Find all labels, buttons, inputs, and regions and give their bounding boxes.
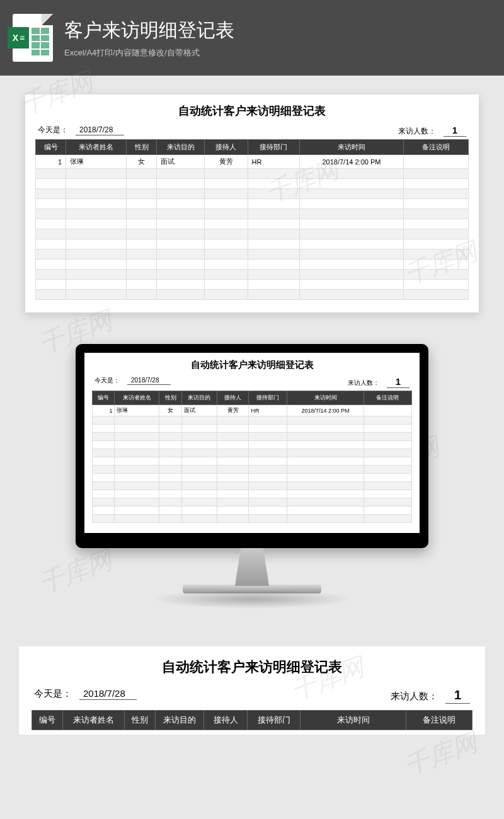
cell-gender: 女 [159, 405, 181, 416]
sheet-title: 自动统计客户来访明细登记表 [35, 103, 469, 118]
table-row [93, 474, 412, 482]
col-name: 来访者姓名 [62, 711, 124, 730]
monitor-mockup: 自动统计客户来访明细登记表 今天是： 2018/7/28 来访人数： 1 编号 [0, 344, 504, 609]
cell-dept: HR [248, 155, 299, 169]
cell-name: 张琳 [66, 155, 127, 169]
table-row [36, 199, 469, 209]
table-row [93, 449, 412, 457]
table-row [93, 490, 412, 498]
cell-time: 2018/7/14 2:00 PM [287, 405, 364, 416]
col-receiver: 接待人 [204, 140, 248, 155]
table-row [36, 229, 469, 239]
count-label: 来访人数： [398, 126, 436, 137]
cell-purpose: 面试 [181, 405, 217, 416]
table-row [93, 482, 412, 490]
table-row [36, 280, 469, 290]
col-gender: 性别 [124, 711, 155, 730]
col-time: 来访时间 [287, 391, 364, 405]
count-value: 1 [444, 125, 466, 137]
table-row: 1 张琳 女 面试 黄芳 HR 2018/7/14 2:00 PM [36, 155, 469, 169]
col-dept: 接待部门 [249, 391, 287, 405]
table-row [93, 441, 412, 449]
table-row [93, 466, 412, 474]
today-label: 今天是： [94, 376, 120, 385]
col-dept: 接待部门 [248, 711, 301, 730]
col-time: 来访时间 [301, 711, 406, 730]
cell-receiver: 黄芳 [204, 155, 248, 169]
today-label: 今天是： [34, 688, 72, 700]
today-value: 2018/7/28 [76, 125, 124, 135]
preview-card-top: 自动统计客户来访明细登记表 今天是： 2018/7/28 来访人数： 1 编号 … [25, 94, 479, 312]
count-label: 来访人数： [348, 379, 379, 387]
col-gender: 性别 [127, 140, 157, 155]
col-purpose: 来访目的 [181, 391, 217, 405]
table-row [93, 425, 412, 433]
table-row [93, 498, 412, 507]
cell-remark [403, 155, 468, 169]
count-value: 1 [445, 688, 470, 704]
excel-file-icon: X ≡ [13, 14, 53, 62]
today-label: 今天是： [38, 125, 68, 135]
visitor-table: 编号 来访者姓名 性别 来访目的 接待人 接待部门 来访时间 备注说明 1 张琳… [35, 139, 469, 300]
cell-time: 2018/7/14 2:00 PM [300, 155, 404, 169]
col-time: 来访时间 [300, 140, 404, 155]
preview-card-bottom: 自动统计客户来访明细登记表 今天是： 2018/7/28 来访人数： 1 编号 … [19, 646, 485, 735]
excel-x-badge: X ≡ [8, 27, 29, 49]
table-row [93, 457, 412, 466]
col-name: 来访者姓名 [66, 140, 127, 155]
sheet-info-row: 今天是： 2018/7/28 来访人数： 1 [32, 688, 472, 710]
table-row [93, 433, 412, 441]
col-dept: 接待部门 [248, 140, 299, 155]
visitor-table: 编号 来访者姓名 性别 来访目的 接待人 接待部门 来访时间 备注说明 [32, 710, 472, 730]
table-row [93, 507, 412, 515]
cell-remark [364, 405, 411, 416]
cell-purpose: 面试 [157, 155, 205, 169]
table-row [93, 416, 412, 425]
table-row [36, 189, 469, 199]
table-row [36, 239, 469, 249]
table-row [93, 515, 412, 523]
col-gender: 性别 [159, 391, 181, 405]
cell-id: 1 [93, 405, 115, 416]
cell-dept: HR [249, 405, 287, 416]
table-row [36, 290, 469, 300]
table-row [36, 179, 469, 189]
cell-name: 张琳 [115, 405, 159, 416]
table-row: 1 张琳 女 面试 黄芳 HR 2018/7/14 2:00 PM [93, 405, 412, 416]
table-row [36, 260, 469, 270]
col-name: 来访者姓名 [115, 391, 159, 405]
col-remark: 备注说明 [364, 391, 411, 405]
table-row [36, 209, 469, 219]
cell-receiver: 黄芳 [217, 405, 249, 416]
sheet-title: 自动统计客户来访明细登记表 [92, 359, 412, 371]
col-purpose: 来访目的 [155, 711, 203, 730]
page-subtitle: Excel/A4打印/内容随意修改/自带格式 [64, 47, 234, 59]
col-id: 编号 [32, 711, 63, 730]
col-remark: 备注说明 [406, 711, 472, 730]
cell-gender: 女 [127, 155, 157, 169]
today-value: 2018/7/28 [127, 377, 171, 385]
col-receiver: 接待人 [203, 711, 248, 730]
col-remark: 备注说明 [403, 140, 468, 155]
page-title: 客户来访明细登记表 [64, 18, 234, 43]
table-row [36, 219, 469, 229]
col-receiver: 接待人 [217, 391, 249, 405]
col-id: 编号 [36, 140, 66, 155]
table-row [36, 169, 469, 179]
today-value: 2018/7/28 [79, 688, 137, 700]
cell-id: 1 [36, 155, 66, 169]
table-row [36, 270, 469, 280]
monitor-shadow [151, 590, 353, 609]
visitor-table: 编号 来访者姓名 性别 来访目的 接待人 接待部门 来访时间 备注说明 1 [92, 391, 412, 523]
sheet-info-row: 今天是： 2018/7/28 来访人数： 1 [35, 125, 469, 139]
table-row [36, 249, 469, 260]
col-purpose: 来访目的 [157, 140, 205, 155]
sheet-info-row: 今天是： 2018/7/28 来访人数： 1 [92, 376, 412, 391]
sheet-title: 自动统计客户来访明细登记表 [32, 658, 472, 677]
col-id: 编号 [93, 391, 115, 405]
count-label: 来访人数： [391, 690, 438, 702]
page-header: X ≡ 客户来访明细登记表 Excel/A4打印/内容随意修改/自带格式 [0, 0, 504, 76]
count-value: 1 [387, 376, 410, 388]
monitor-stand [224, 548, 280, 586]
